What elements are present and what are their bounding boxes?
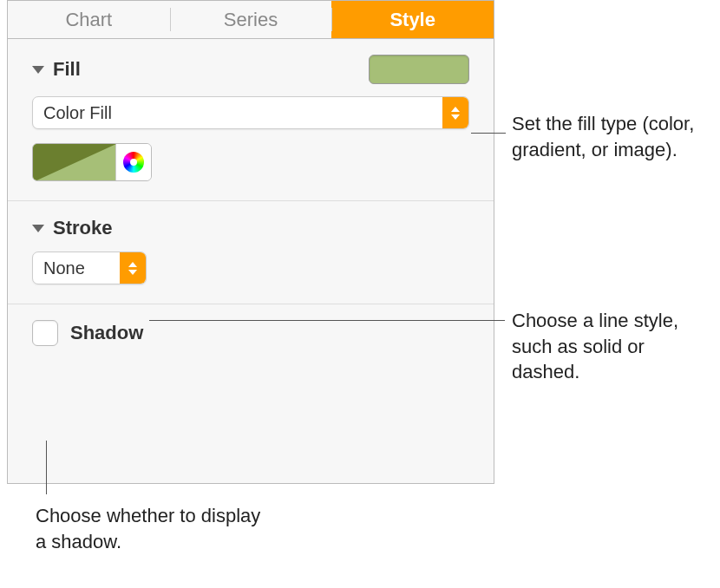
chevron-down-icon (32, 66, 44, 74)
stroke-style-dropdown[interactable]: None (32, 252, 147, 284)
fill-color-well[interactable] (369, 55, 469, 84)
tab-style[interactable]: Style (331, 1, 494, 38)
gradient-swatch[interactable] (33, 144, 115, 180)
callout-fill-type: Set the fill type (color, gradient, or i… (512, 111, 711, 162)
shadow-section: Shadow (8, 304, 494, 365)
chevron-down-icon (32, 225, 44, 232)
fill-color-swatch (32, 143, 152, 181)
color-picker-button[interactable] (115, 144, 151, 180)
tab-series[interactable]: Series (170, 1, 332, 38)
stroke-title: Stroke (53, 217, 112, 239)
shadow-checkbox[interactable] (32, 320, 58, 346)
color-wheel-icon (123, 152, 144, 173)
callout-leader-line (471, 133, 506, 134)
tab-bar: Chart Series Style (8, 1, 494, 39)
stroke-style-value: None (33, 258, 120, 278)
tab-chart[interactable]: Chart (8, 1, 170, 38)
fill-title: Fill (53, 58, 81, 81)
stroke-section: Stroke None (8, 201, 494, 304)
shadow-checkbox-row: Shadow (32, 320, 469, 346)
callout-leader-line (46, 441, 47, 494)
stroke-disclosure-group[interactable]: Stroke (32, 217, 112, 239)
tab-label: Chart (65, 9, 112, 31)
tab-label: Style (389, 9, 435, 31)
fill-header: Fill (32, 55, 469, 84)
fill-type-value: Color Fill (33, 103, 442, 123)
stepper-arrows-icon (442, 97, 468, 128)
fill-disclosure-group[interactable]: Fill (32, 58, 81, 81)
stroke-header: Stroke (32, 217, 469, 239)
inspector-panel: Chart Series Style Fill Color Fill (7, 0, 494, 484)
callout-shadow-display: Choose whether to display a shadow. (36, 503, 261, 554)
fill-section: Fill Color Fill (8, 39, 494, 201)
callout-stroke-style: Choose a line style, such as solid or da… (512, 308, 716, 385)
callout-leader-line (149, 320, 505, 321)
stepper-arrows-icon (120, 252, 146, 284)
tab-label: Series (224, 9, 278, 31)
fill-type-dropdown[interactable]: Color Fill (32, 96, 469, 129)
shadow-title: Shadow (70, 322, 143, 344)
